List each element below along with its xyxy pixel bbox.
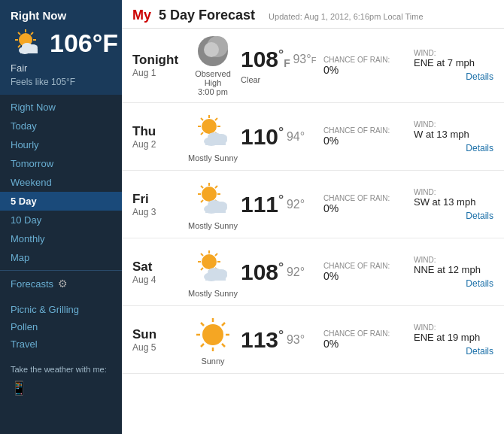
mostly-sunny-icon-fri [193, 179, 233, 220]
rain-label-tonight: CHANCE OF RAIN: [323, 56, 414, 64]
details-link-sat[interactable]: Details [414, 278, 493, 289]
tonight-condition: Observed High 3:00 pm [195, 69, 231, 96]
sunny-icon-sun [193, 314, 233, 355]
details-link-tonight[interactable]: Details [414, 71, 493, 82]
day-label-sat: Sat Aug 4 [132, 259, 185, 285]
day-date-tonight: Aug 1 [132, 68, 185, 78]
day-row-sat: Sat Aug 4 Mostly Sunny [122, 238, 504, 306]
svg-point-31 [202, 187, 217, 202]
svg-line-53 [201, 268, 203, 270]
temp-col-thu: 110° 94° [241, 124, 323, 150]
svg-line-67 [201, 344, 204, 347]
day-label-sun: Sun Aug 5 [132, 327, 185, 353]
nav-weekend[interactable]: Weekend [0, 173, 122, 192]
lo-temp-fri: 92° [287, 197, 305, 210]
wind-label-fri: WIND: [414, 188, 493, 196]
day-icon-col-tonight: Observed High 3:00 pm [185, 35, 241, 96]
svg-line-52 [215, 253, 217, 256]
nav-pollen[interactable]: Pollen [11, 318, 111, 335]
nav-map[interactable]: Map [0, 248, 122, 267]
temp-col-fri: 111° 92° [241, 192, 323, 217]
sidebar-extra: Picnic & Grilling Pollen Travel [0, 296, 122, 357]
svg-line-39 [201, 200, 203, 202]
hi-temp-tonight: 108°F [241, 47, 290, 71]
svg-point-16 [204, 42, 219, 57]
right-now-box: Right Now 106°F [0, 0, 122, 95]
thu-condition: Mostly Sunny [188, 153, 238, 162]
forecasts-label: Forecasts [11, 278, 53, 290]
wind-col-thu: WIND: W at 13 mph Details [414, 120, 493, 153]
fri-condition: Mostly Sunny [188, 221, 238, 230]
phone-icon[interactable]: 📱 [0, 380, 122, 396]
hi-temp-fri: 111° [241, 192, 284, 217]
feels-like: Feels like 105°F [11, 77, 111, 87]
rain-value-sun: 0% [323, 338, 414, 350]
forecasts-row[interactable]: Forecasts ⚙ [0, 274, 122, 293]
gear-icon[interactable]: ⚙ [58, 278, 68, 290]
day-date-fri: Aug 3 [132, 207, 185, 217]
wind-value-tonight: ENE at 7 mph [414, 57, 493, 68]
rain-label-sun: CHANCE OF RAIN: [323, 329, 414, 338]
nav-picnic[interactable]: Picnic & Grilling [11, 301, 111, 318]
moon-icon [196, 35, 229, 68]
svg-line-66 [222, 323, 225, 326]
wind-value-thu: W at 13 mph [414, 129, 493, 140]
day-icon-col-fri: Mostly Sunny [185, 179, 241, 230]
day-label-fri: Fri Aug 3 [132, 192, 185, 217]
svg-line-25 [201, 132, 203, 135]
svg-line-24 [215, 118, 217, 120]
lo-temp-sat: 92° [287, 265, 305, 278]
day-date-sat: Aug 4 [132, 275, 185, 285]
svg-rect-58 [205, 275, 226, 281]
svg-point-45 [202, 254, 217, 269]
details-link-thu[interactable]: Details [414, 143, 493, 153]
nav-5day[interactable]: 5 Day [0, 192, 122, 211]
wind-label-tonight: WIND: [414, 49, 493, 57]
svg-rect-44 [205, 207, 226, 213]
rain-col-fri: CHANCE OF RAIN: 0% [323, 194, 414, 214]
hi-temp-sat: 108° [241, 259, 284, 284]
take-weather-label: Take the weather with me: [0, 360, 122, 378]
nav-hourly[interactable]: Hourly [0, 135, 122, 154]
details-link-sun[interactable]: Details [414, 346, 493, 357]
forecast-title: 5 Day Forecast [159, 8, 255, 23]
day-name-tonight: Tonight [132, 53, 185, 68]
temp-col-sun: 113° 93° [241, 327, 323, 353]
updated-text: Updated: Aug 1, 2012, 6:16pm Local Time [269, 12, 423, 21]
rain-value-tonight: 0% [323, 64, 414, 76]
svg-line-65 [222, 344, 225, 347]
details-link-fri[interactable]: Details [414, 211, 493, 221]
lo-temp-sun: 93° [287, 332, 305, 345]
nav-travel[interactable]: Travel [11, 335, 111, 353]
svg-point-59 [202, 324, 223, 345]
svg-line-7 [31, 32, 33, 35]
hi-temp-sun: 113° [241, 327, 284, 352]
nav-today[interactable]: Today [0, 117, 122, 135]
day-name-sun: Sun [132, 327, 185, 342]
lo-temp-thu: 94° [287, 129, 305, 142]
day-row-fri: Fri Aug 3 Mostly Sunny [122, 171, 504, 238]
svg-line-36 [201, 186, 203, 188]
nav-tomorrow[interactable]: Tomorrow [0, 154, 122, 173]
svg-rect-30 [205, 139, 226, 145]
wind-label-sat: WIND: [414, 256, 493, 264]
sat-condition: Mostly Sunny [188, 289, 238, 298]
wind-value-sun: ENE at 19 mph [414, 332, 493, 343]
wind-label-thu: WIND: [414, 120, 493, 129]
rain-label-thu: CHANCE OF RAIN: [323, 126, 414, 135]
day-row-thu: Thu Aug 2 Mostly Sunny [122, 103, 504, 171]
hi-temp-thu: 110° [241, 124, 284, 149]
rain-value-thu: 0% [323, 135, 414, 147]
day-label-thu: Thu Aug 2 [132, 124, 185, 150]
nav-monthly[interactable]: Monthly [0, 229, 122, 248]
main-content: My 5 Day Forecast Updated: Aug 1, 2012, … [122, 0, 504, 434]
wind-col-fri: WIND: SW at 13 mph Details [414, 188, 493, 221]
nav-right-now[interactable]: Right Now [0, 98, 122, 117]
svg-line-5 [18, 32, 20, 35]
nav-10day[interactable]: 10 Day [0, 211, 122, 229]
lo-temp-tonight: 93°F [293, 53, 316, 65]
temp-col-sat: 108° 92° [241, 259, 323, 285]
forecast-title-my: My [132, 8, 151, 23]
day-label-tonight: Tonight Aug 1 [132, 53, 185, 78]
rain-label-sat: CHANCE OF RAIN: [323, 262, 414, 270]
